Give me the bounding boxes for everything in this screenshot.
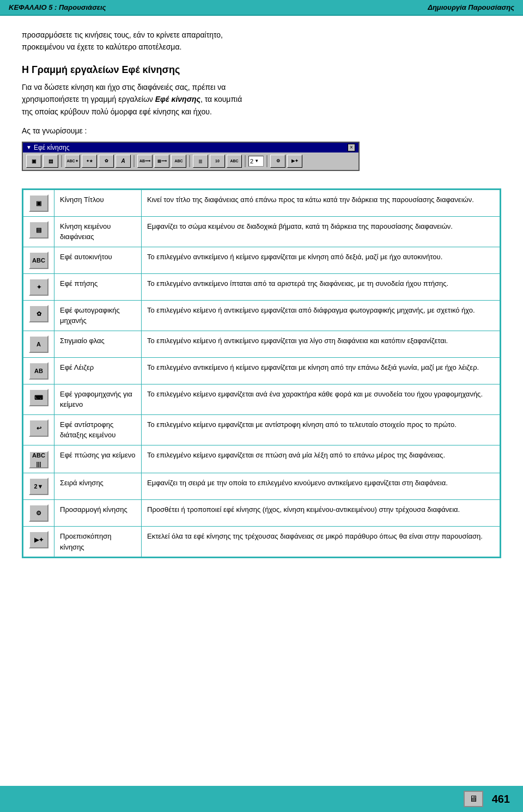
toolbar-close-button[interactable]: × bbox=[348, 144, 355, 151]
icon-cell: ⌨ bbox=[23, 384, 54, 414]
effect-name: Εφέ Λέιζερ bbox=[54, 357, 142, 384]
effect-description: Εκτελεί όλα τα εφέ κίνησης της τρέχουσας… bbox=[142, 527, 500, 557]
effect-icon: ✿ bbox=[29, 305, 48, 322]
icon-cell: ▣ bbox=[23, 190, 54, 216]
effect-icon: ABC bbox=[29, 252, 48, 269]
table-row: ABCΕφέ αυτοκινήτουΤο επιλεγμένο αντικείμ… bbox=[23, 247, 500, 273]
effect-description: Το επιλεγμένο αντικείμενο ίπταται από τα… bbox=[142, 273, 500, 300]
icon-cell: ✦ bbox=[23, 273, 54, 300]
effect-name: Εφέ πτώσης για κείμενο bbox=[54, 445, 142, 473]
section-title: Η Γραμμή εργαλείων Εφέ κίνησης bbox=[22, 64, 501, 76]
main-content: προσαρμόσετε τις κινήσεις τους, εάν το κ… bbox=[0, 16, 523, 602]
effect-name: Στιγμιαίο φλας bbox=[54, 331, 142, 357]
effect-description: Κινεί τον τίτλο της διαφάνειας από επάνω… bbox=[142, 190, 500, 216]
toolbar-separator-2 bbox=[133, 155, 135, 167]
icon-cell: ▤ bbox=[23, 216, 54, 247]
sub-text: Ας τα γνωρίσουμε : bbox=[22, 126, 501, 135]
table-row: ▣Κίνηση ΤίτλουΚινεί τον τίτλο της διαφάν… bbox=[23, 190, 500, 216]
effect-icon: ⌨ bbox=[29, 389, 48, 406]
page-number: 461 bbox=[492, 793, 510, 805]
effect-description: Το επιλεγμένο κείμενο εμφανίζεται με αντ… bbox=[142, 414, 500, 445]
toolbar-btn-1[interactable]: ▣ bbox=[26, 155, 41, 168]
effect-name: Εφέ αυτοκινήτου bbox=[54, 247, 142, 273]
toolbar-btn-3[interactable]: ABC✦ bbox=[65, 155, 80, 168]
toolbar-widget: ▼ Εφέ κίνησης × ▣ ▤ ABC✦ ✦★ ✿ A AB⟶ ▤⟶ A… bbox=[22, 142, 360, 171]
effect-name: Σειρά κίνησης bbox=[54, 473, 142, 500]
toolbar-btn-13[interactable]: ⚙ bbox=[270, 155, 285, 168]
effect-icon: A bbox=[29, 335, 48, 353]
effect-icon: ▣ bbox=[29, 194, 48, 212]
effect-icon: ↩ bbox=[29, 419, 48, 437]
icon-cell: ABC ||| bbox=[23, 445, 54, 473]
toolbar-separator-1 bbox=[61, 155, 62, 167]
table-row: ↩Εφέ αντίστροφης διάταξης κειμένουΤο επι… bbox=[23, 414, 500, 445]
table-row: ⌨Εφέ γραφομηχανής για κείμενοΤο επιλεγμέ… bbox=[23, 384, 500, 414]
effect-name: Κίνηση Τίτλου bbox=[54, 190, 142, 216]
effect-icon: ABC ||| bbox=[29, 451, 48, 468]
icon-cell: AB bbox=[23, 357, 54, 384]
toolbar-btn-4[interactable]: ✦★ bbox=[82, 155, 97, 168]
toolbar-separator-4 bbox=[245, 155, 246, 167]
icon-cell: ⚙ bbox=[23, 500, 54, 527]
toolbar-titlebar: ▼ Εφέ κίνησης × bbox=[23, 143, 358, 152]
footer-computer-icon: 🖥 bbox=[464, 791, 483, 807]
icon-cell: 2▼ bbox=[23, 473, 54, 500]
effect-description: Προσθέτει ή τροποποιεί εφέ κίνησης (ήχος… bbox=[142, 500, 500, 527]
effect-description: Το επιλεγμένο αντικείμενο ή κείμενο εμφα… bbox=[142, 357, 500, 384]
toolbar-arrow-icon: ▼ bbox=[26, 144, 32, 150]
toolbar-btn-5[interactable]: ✿ bbox=[99, 155, 114, 168]
toolbar-btn-14[interactable]: ▶✦ bbox=[287, 155, 302, 168]
effect-description: Εμφανίζει το σώμα κειμένου σε διαδοχικά … bbox=[142, 216, 500, 247]
toolbar-btn-6[interactable]: A bbox=[115, 155, 131, 168]
icon-cell: ✿ bbox=[23, 300, 54, 331]
toolbar-btn-7[interactable]: AB⟶ bbox=[137, 155, 153, 168]
icon-cell: ↩ bbox=[23, 414, 54, 445]
icon-cell: A bbox=[23, 331, 54, 357]
table-row: ▶✦Προεπισκόπηση κίνησηςΕκτελεί όλα τα εφ… bbox=[23, 527, 500, 557]
effect-name: Εφέ φωτογραφικής μηχανής bbox=[54, 300, 142, 331]
section-description: Για να δώσετε κίνηση και ήχο στις διαφάν… bbox=[22, 81, 501, 118]
header-section: Δημιουργία Παρουσίασης bbox=[428, 3, 514, 11]
page-footer: 🖥 461 bbox=[0, 786, 523, 812]
effect-icon: 2▼ bbox=[29, 478, 48, 495]
effect-name: Προεπισκόπηση κίνησης bbox=[54, 527, 142, 557]
effects-table: ▣Κίνηση ΤίτλουΚινεί τον τίτλο της διαφάν… bbox=[23, 190, 500, 558]
toolbar-title: Εφέ κίνησης bbox=[34, 144, 70, 151]
toolbar-button-row: ▣ ▤ ABC✦ ✦★ ✿ A AB⟶ ▤⟶ ABC ||| 10 ABC 2 … bbox=[23, 152, 358, 170]
table-row: ✦Εφέ πτήσηςΤο επιλεγμένο αντικείμενο ίπτ… bbox=[23, 273, 500, 300]
effect-icon: ▶✦ bbox=[29, 531, 48, 548]
toolbar-separator-3 bbox=[189, 155, 190, 167]
toolbar-btn-10[interactable]: ||| bbox=[193, 155, 208, 168]
toolbar-btn-2[interactable]: ▤ bbox=[43, 155, 58, 168]
intro-paragraph: προσαρμόσετε τις κινήσεις τους, εάν το κ… bbox=[22, 29, 501, 53]
effect-description: Το επιλεγμένο κείμενο ή αντικείμενο εμφα… bbox=[142, 300, 500, 331]
table-row: ⚙Προσαρμογή κίνησηςΠροσθέτει ή τροποποιε… bbox=[23, 500, 500, 527]
table-row: ABΕφέ ΛέιζερΤο επιλεγμένο αντικείμενο ή … bbox=[23, 357, 500, 384]
icon-cell: ▶✦ bbox=[23, 527, 54, 557]
table-row: ✿Εφέ φωτογραφικής μηχανήςΤο επιλεγμένο κ… bbox=[23, 300, 500, 331]
toolbar-separator-5 bbox=[266, 155, 267, 167]
effect-name: Προσαρμογή κίνησης bbox=[54, 500, 142, 527]
toolbar-btn-9[interactable]: ABC bbox=[171, 155, 186, 168]
icon-cell: ABC bbox=[23, 247, 54, 273]
effects-table-wrapper: ▣Κίνηση ΤίτλουΚινεί τον τίτλο της διαφάν… bbox=[22, 188, 501, 559]
effect-description: Το επιλεγμένο κείμενο εμφανίζεται ανά έν… bbox=[142, 384, 500, 414]
table-row: ▤Κίνηση κειμένου διαφάνειαςΕμφανίζει το … bbox=[23, 216, 500, 247]
toolbar-btn-11[interactable]: 10 bbox=[210, 155, 225, 168]
effect-description: Εμφανίζει τη σειρά με την οποία το επιλε… bbox=[142, 473, 500, 500]
effect-icon: ▤ bbox=[29, 221, 48, 239]
effect-icon: AB bbox=[29, 362, 48, 380]
table-row: 2▼Σειρά κίνησηςΕμφανίζει τη σειρά με την… bbox=[23, 473, 500, 500]
effect-icon: ✦ bbox=[29, 278, 48, 296]
page-header: ΚΕΦΑΛΑΙΟ 5 : Παρουσιάσεις Δημιουργία Παρ… bbox=[0, 0, 523, 16]
effect-icon: ⚙ bbox=[29, 504, 48, 522]
effect-description: Το επιλεγμένο αντικείμενο ή κείμενο εμφα… bbox=[142, 247, 500, 273]
effect-name: Εφέ πτήσης bbox=[54, 273, 142, 300]
header-chapter: ΚΕΦΑΛΑΙΟ 5 : Παρουσιάσεις bbox=[9, 3, 106, 11]
effect-description: Το επιλεγμένο κείμενο ή αντικείμενο εμφα… bbox=[142, 331, 500, 357]
effect-name: Κίνηση κειμένου διαφάνειας bbox=[54, 216, 142, 247]
toolbar-dropdown[interactable]: 2 ▼ bbox=[248, 156, 264, 167]
toolbar-btn-8[interactable]: ▤⟶ bbox=[154, 155, 169, 168]
table-row: AΣτιγμιαίο φλαςΤο επιλεγμένο κείμενο ή α… bbox=[23, 331, 500, 357]
toolbar-btn-12[interactable]: ABC bbox=[227, 155, 242, 168]
